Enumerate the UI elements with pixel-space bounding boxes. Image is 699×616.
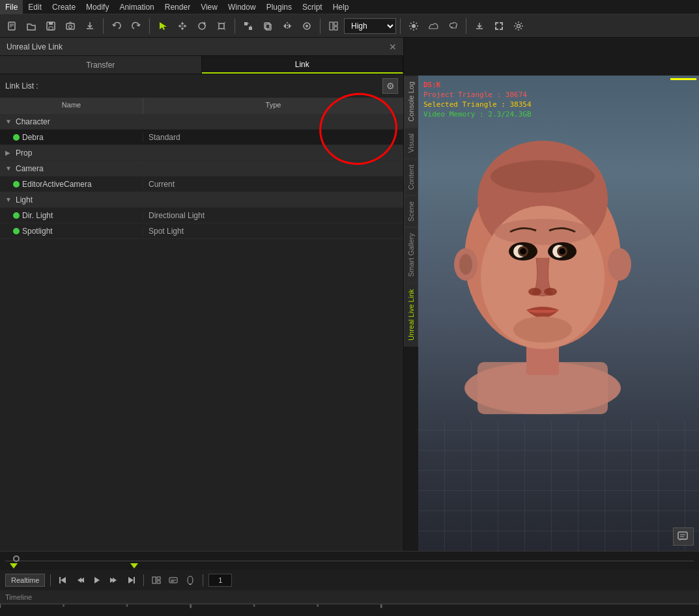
side-tab-scene-label: Scene (407, 201, 415, 221)
gear-button[interactable]: ⚙ (382, 78, 398, 94)
select-button[interactable] (154, 17, 172, 35)
menu-bar: File Edit Create Modify Animation Render… (0, 0, 699, 14)
save-button[interactable] (42, 17, 60, 35)
yellow-indicator (670, 78, 696, 80)
quality-dropdown[interactable]: Low Medium High Ultra (344, 18, 396, 34)
row-dir-light-type: Directional Light (143, 211, 403, 220)
menu-view[interactable]: View (195, 0, 223, 14)
panel-tabs: Transfer Link (0, 56, 403, 74)
side-tab-visual[interactable]: Visual (404, 128, 418, 159)
svg-point-31 (412, 24, 416, 28)
separator-5 (400, 18, 401, 34)
row-spotlight[interactable]: Spotlight Spot Light (0, 223, 403, 239)
scale-button[interactable] (212, 17, 231, 35)
viewport-background: D5:K Project Triangle : 38674 Selected T… (418, 76, 699, 551)
light-label: Light (16, 195, 33, 204)
settings-button[interactable] (509, 17, 528, 35)
tab-link[interactable]: Link (202, 56, 404, 74)
stat-project-triangle: Project Triangle : 38674 (423, 91, 532, 99)
menu-animation[interactable]: Animation (114, 0, 159, 14)
audio-button[interactable] (183, 573, 197, 587)
side-tab-smart-gallery[interactable]: Smart Gallery (404, 227, 418, 283)
goto-start-button[interactable] (56, 573, 70, 587)
camera-label: Camera (16, 164, 44, 173)
expand-button[interactable] (490, 17, 508, 35)
tab-transfer[interactable]: Transfer (0, 56, 202, 74)
col-name-header: Name (0, 98, 143, 114)
export-button[interactable] (81, 17, 99, 35)
sun-button[interactable] (405, 17, 423, 35)
import-button[interactable] (470, 17, 489, 35)
row-dir-light[interactable]: Dir. Light Directional Light (0, 208, 403, 223)
play-button[interactable] (90, 573, 104, 587)
svg-marker-70 (94, 577, 100, 583)
deform-button[interactable] (298, 17, 316, 35)
menu-modify[interactable]: Modify (81, 0, 114, 14)
svg-point-40 (517, 24, 521, 27)
link-table: ▼ Character Debra Standard ▶ Prop (0, 114, 403, 558)
row-character[interactable]: ▼ Character (0, 114, 403, 130)
menu-script[interactable]: Script (297, 0, 328, 14)
row-editor-camera[interactable]: EditorActiveCamera Current (0, 176, 403, 192)
svg-line-37 (416, 28, 418, 29)
row-light[interactable]: ▼ Light (0, 192, 403, 208)
svg-rect-76 (157, 577, 160, 580)
stat-ds-label: D5:K (423, 81, 532, 89)
screenshot-button[interactable] (61, 17, 79, 35)
svg-line-39 (410, 28, 412, 29)
open-button[interactable] (22, 17, 40, 35)
copy-button[interactable] (259, 17, 277, 35)
side-tab-content[interactable]: Content (404, 159, 418, 196)
step-forward-button[interactable] (107, 573, 121, 587)
redo-button[interactable] (127, 17, 145, 35)
row-camera[interactable]: ▼ Camera (0, 161, 403, 176)
panel-close-button[interactable]: ✕ (389, 42, 397, 52)
playhead[interactable] (13, 555, 20, 562)
subtitle-button[interactable] (166, 573, 180, 587)
timeline-track-line (5, 561, 694, 561)
step-back-button[interactable] (73, 573, 87, 587)
chat-icon-button[interactable] (673, 527, 694, 546)
side-tab-unreal-live-link[interactable]: Unreal Live Link (404, 283, 418, 346)
svg-marker-25 (289, 23, 291, 29)
side-tab-smart-gallery-label: Smart Gallery (407, 233, 415, 277)
row-debra[interactable]: Debra Standard (0, 130, 403, 145)
svg-point-8 (69, 25, 72, 28)
separator-6 (466, 18, 466, 34)
svg-point-48 (459, 254, 472, 275)
svg-rect-5 (49, 22, 53, 25)
svg-rect-29 (334, 22, 337, 25)
row-prop[interactable]: ▶ Prop (0, 145, 403, 161)
side-tab-console-log[interactable]: Console Log (404, 76, 418, 128)
timeline-layout-button[interactable] (149, 573, 164, 587)
row-debra-type: Standard (143, 133, 403, 142)
timeline-track-area (0, 552, 699, 570)
menu-window[interactable]: Window (223, 0, 261, 14)
menu-render[interactable]: Render (160, 0, 195, 14)
goto-end-button[interactable] (124, 573, 138, 587)
viewport-area: D5:K Project Triangle : 38674 Selected T… (418, 76, 699, 551)
environment-button[interactable] (424, 17, 442, 35)
timeline-ticks (0, 604, 699, 616)
layout-button[interactable] (324, 17, 343, 35)
frame-input[interactable] (208, 574, 232, 587)
svg-marker-73 (128, 577, 134, 583)
move-button[interactable] (173, 17, 192, 35)
svg-point-62 (491, 160, 595, 193)
snap-button[interactable] (239, 17, 257, 35)
svg-rect-0 (8, 22, 15, 30)
menu-file[interactable]: File (0, 0, 23, 14)
row-light-name: ▼ Light (0, 195, 143, 204)
sky-button[interactable] (444, 17, 462, 35)
rotate-button[interactable] (193, 17, 211, 35)
side-tab-scene[interactable]: Scene (404, 195, 418, 227)
ground-grid (418, 421, 699, 551)
menu-help[interactable]: Help (328, 0, 354, 14)
undo-button[interactable] (107, 17, 126, 35)
new-button[interactable] (3, 17, 21, 35)
menu-create[interactable]: Create (47, 0, 81, 14)
realtime-button[interactable]: Realtime (5, 574, 45, 587)
mirror-button[interactable] (278, 17, 296, 35)
menu-plugins[interactable]: Plugins (261, 0, 297, 14)
menu-edit[interactable]: Edit (23, 0, 47, 14)
